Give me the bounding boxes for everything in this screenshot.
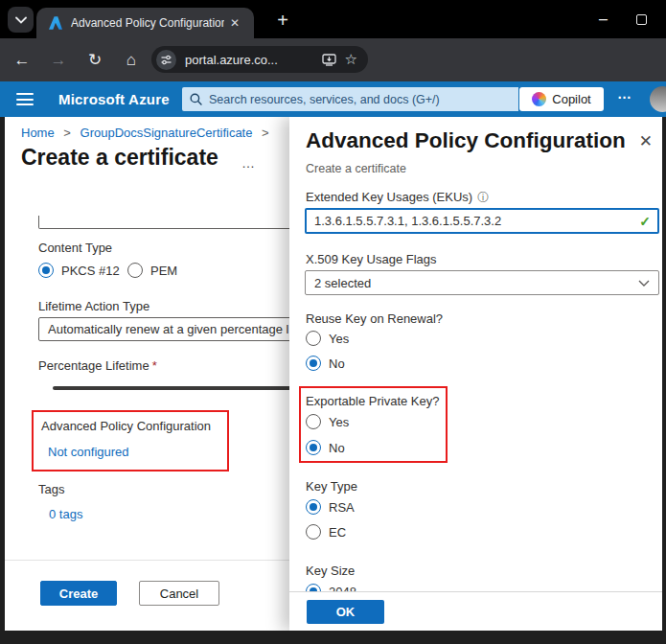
content-type-pem-radio[interactable]: PEM	[127, 262, 177, 279]
breadcrumb-home-link[interactable]: Home	[21, 126, 55, 140]
radio-icon	[306, 524, 321, 540]
site-settings-button[interactable]	[156, 50, 176, 70]
forward-button[interactable]: →	[44, 51, 73, 70]
radio-selected-icon	[306, 356, 321, 371]
radio-icon	[127, 263, 143, 278]
window-controls: –	[599, 0, 647, 38]
portal-content: Home > GroupDocsSignatureCertificate > C…	[5, 117, 662, 631]
portal-search-box[interactable]	[182, 87, 518, 111]
home-button[interactable]: ⌂	[117, 51, 146, 70]
azure-portal-header: Microsoft Azure Copilot …	[0, 81, 666, 117]
reuse-key-label: Reuse Key on Renewal?	[306, 311, 443, 326]
flyout-subtitle: Create a certificate	[306, 162, 406, 175]
eku-label: Extended Key Usages (EKUs)ⓘ	[306, 190, 489, 206]
create-button[interactable]: Create	[40, 581, 117, 606]
flyout-close-icon[interactable]: ✕	[639, 131, 653, 151]
address-bar[interactable]: portal.azure.co... ☆	[151, 46, 368, 73]
page-title: Create a certificate	[21, 145, 218, 171]
tab-close-icon[interactable]: ✕	[230, 16, 240, 30]
reload-button[interactable]: ↻	[80, 50, 109, 70]
copilot-label: Copilot	[552, 92, 590, 106]
minimize-button[interactable]: –	[599, 12, 608, 26]
browser-titlebar: Advanced Policy Configuration ✕ + –	[0, 0, 666, 38]
footer-divider	[5, 560, 289, 561]
radio-selected-icon	[306, 584, 321, 591]
content-type-pkcs12-radio[interactable]: PKCS #12	[38, 262, 120, 279]
key-size-2048-radio[interactable]: 2048	[306, 583, 356, 591]
browser-tab[interactable]: Advanced Policy Configuration ✕	[36, 8, 254, 38]
breadcrumb-current-link[interactable]: GroupDocsSignatureCertificate	[80, 126, 253, 140]
reuse-key-yes-radio[interactable]: Yes	[306, 330, 349, 347]
key-type-ec-radio[interactable]: EC	[306, 523, 346, 540]
portal-search-input[interactable]	[209, 93, 487, 106]
copilot-button[interactable]: Copilot	[519, 87, 604, 111]
back-button[interactable]: ←	[8, 51, 36, 70]
tags-link[interactable]: 0 tags	[49, 507, 82, 521]
key-size-label: Key Size	[306, 564, 355, 578]
tags-label: Tags	[38, 482, 64, 496]
tab-title: Advanced Policy Configuration	[71, 16, 224, 30]
flyout-footer: OK	[289, 591, 662, 631]
not-configured-link[interactable]: Not configured	[48, 445, 129, 459]
flyout-title: Advanced Policy Configuration	[306, 128, 626, 153]
lifetime-action-type-dropdown[interactable]: Automatically renew at a given percentag…	[38, 317, 293, 341]
radio-selected-icon	[306, 499, 321, 515]
reuse-key-no-radio[interactable]: No	[306, 355, 345, 372]
eku-input-wrap: ✓	[305, 208, 659, 234]
azure-favicon	[48, 15, 63, 31]
new-tab-button[interactable]: +	[270, 8, 295, 33]
required-asterisk: *	[152, 358, 157, 373]
valid-check-icon: ✓	[639, 214, 651, 229]
key-size-partial-row: 2048	[306, 583, 356, 591]
breadcrumb: Home > GroupDocsSignatureCertificate >	[21, 126, 275, 140]
content-type-label: Content Type	[38, 241, 112, 255]
radio-icon	[306, 331, 321, 346]
radio-selected-icon	[38, 263, 54, 278]
account-avatar[interactable]	[650, 86, 666, 112]
tune-icon	[161, 55, 172, 65]
key-type-rsa-radio[interactable]: RSA	[306, 498, 355, 516]
install-icon	[322, 54, 336, 66]
bookmark-star-icon[interactable]: ☆	[345, 51, 357, 68]
breadcrumb-separator: >	[262, 126, 269, 140]
cancel-button[interactable]: Cancel	[139, 581, 219, 606]
portal-more-button[interactable]: …	[617, 85, 633, 102]
info-icon[interactable]: ⓘ	[477, 191, 489, 204]
url-text: portal.azure.co...	[185, 53, 322, 67]
exportable-yes-radio[interactable]: Yes	[306, 413, 349, 430]
exportable-key-label: Exportable Private Key?	[306, 394, 439, 408]
advanced-policy-flyout: Advanced Policy Configuration ✕ Create a…	[289, 117, 662, 631]
percentage-lifetime-label: Percentage Lifetime*	[38, 358, 157, 373]
page-title-more-icon[interactable]: …	[241, 155, 256, 171]
browser-toolbar: ← → ↻ ⌂ portal.azure.co... ☆	[0, 38, 666, 81]
chevron-down-icon	[638, 280, 650, 287]
azure-brand: Microsoft Azure	[58, 91, 170, 107]
percentage-lifetime-slider[interactable]	[53, 386, 293, 390]
radio-selected-icon	[306, 440, 321, 455]
copilot-icon	[532, 92, 546, 106]
breadcrumb-separator: >	[63, 126, 71, 140]
radio-icon	[306, 414, 321, 429]
exportable-no-radio[interactable]: No	[306, 439, 345, 456]
ok-button[interactable]: OK	[307, 600, 384, 624]
maximize-button[interactable]	[636, 14, 647, 25]
search-icon	[190, 93, 202, 105]
lifetime-action-type-label: Lifetime Action Type	[38, 299, 149, 313]
key-usage-flags-label: X.509 Key Usage Flags	[306, 252, 437, 266]
tab-search-button[interactable]	[8, 7, 34, 33]
portal-menu-button[interactable]	[16, 93, 34, 105]
key-type-label: Key Type	[306, 479, 357, 494]
subject-field-partial[interactable]	[38, 216, 293, 229]
chevron-down-icon	[15, 16, 27, 24]
key-usage-flags-dropdown[interactable]: 2 selected	[305, 270, 659, 295]
advanced-policy-configuration-label: Advanced Policy Configuration	[41, 419, 211, 433]
install-app-button[interactable]	[322, 54, 336, 66]
eku-input[interactable]	[307, 210, 623, 232]
